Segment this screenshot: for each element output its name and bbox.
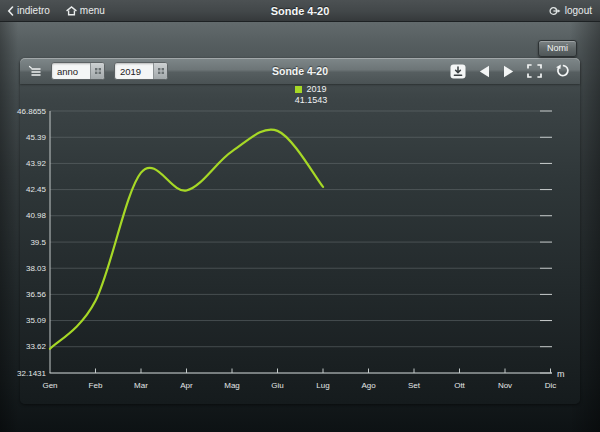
filter-type-select[interactable]: anno xyxy=(51,62,105,80)
page-title: Sonde 4-20 xyxy=(0,5,600,17)
top-navigation-bar: indietro menu Sonde 4-20 logout xyxy=(0,0,600,22)
previous-button[interactable] xyxy=(479,65,490,78)
app-root: indietro menu Sonde 4-20 logout Nomi xyxy=(0,0,600,432)
legend-item-2019[interactable]: 2019 xyxy=(295,84,326,95)
export-button[interactable] xyxy=(450,64,466,79)
chart-toolbar: anno 2019 Sonde 4-20 xyxy=(20,58,580,84)
filter-type-value: anno xyxy=(52,63,90,79)
reset-button[interactable] xyxy=(555,64,570,78)
filter-year-select[interactable]: 2019 xyxy=(114,62,168,80)
filter-year-value: 2019 xyxy=(115,63,153,79)
download-icon xyxy=(450,64,466,79)
undo-icon xyxy=(555,64,570,78)
fullscreen-icon xyxy=(527,64,542,78)
logout-button[interactable]: logout xyxy=(549,5,600,16)
logout-icon xyxy=(549,6,561,16)
filter-year-dropdown-icon[interactable] xyxy=(153,63,167,79)
next-triangle-icon xyxy=(503,65,514,78)
fullscreen-button[interactable] xyxy=(527,64,542,78)
names-button[interactable]: Nomi xyxy=(538,40,577,57)
chart-panel: anno 2019 Sonde 4-20 xyxy=(20,58,580,404)
filter-type-dropdown-icon[interactable] xyxy=(90,63,104,79)
previous-triangle-icon xyxy=(479,65,490,78)
legend-series-label: 2019 xyxy=(306,84,326,95)
logout-button-label: logout xyxy=(565,5,592,16)
legend-swatch xyxy=(295,86,302,93)
next-button[interactable] xyxy=(503,65,514,78)
legend-list-button[interactable] xyxy=(28,65,42,78)
list-icon xyxy=(28,65,42,78)
